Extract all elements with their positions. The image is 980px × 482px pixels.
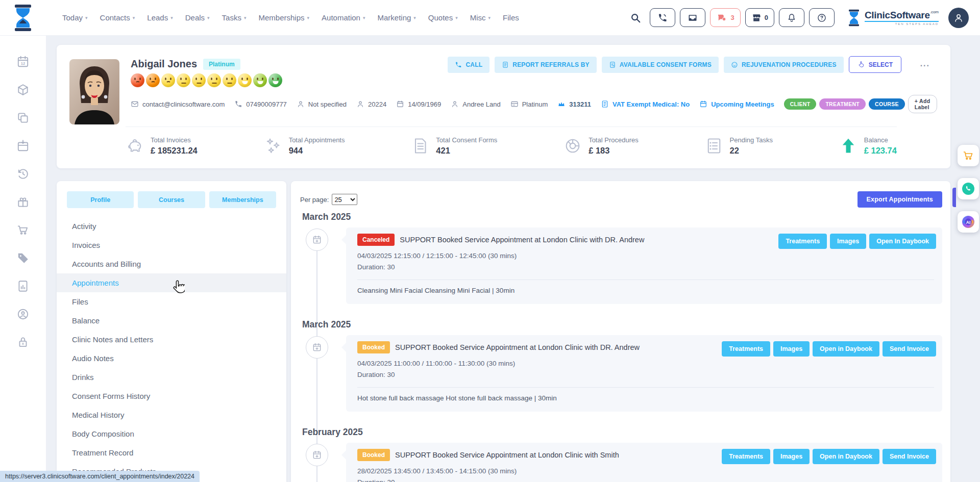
calendar-12-icon[interactable]: 12 bbox=[16, 55, 30, 68]
mood-face-1[interactable] bbox=[131, 73, 144, 87]
gift-icon[interactable] bbox=[16, 195, 30, 209]
sidebar-item-appointments[interactable]: Appointments bbox=[57, 273, 286, 292]
open-in-daybook-button[interactable]: Open in Daybook bbox=[813, 449, 879, 464]
label-pill-client[interactable]: CLIENT bbox=[784, 98, 817, 110]
images-button[interactable]: Images bbox=[773, 341, 810, 357]
sidebar-item-invoices[interactable]: Invoices bbox=[57, 236, 286, 255]
app-logo[interactable] bbox=[0, 5, 46, 31]
copy-icon[interactable] bbox=[16, 111, 30, 124]
available-consent-forms-button[interactable]: AVAILABLE CONSENT FORMS bbox=[602, 57, 719, 73]
mood-face-7[interactable] bbox=[223, 73, 236, 87]
nav-item-memberships[interactable]: Memberships▾ bbox=[258, 13, 309, 22]
images-button[interactable]: Images bbox=[830, 234, 866, 249]
client-field-not-specified: Not specified bbox=[297, 100, 347, 108]
nav-item-files[interactable]: Files bbox=[503, 13, 519, 22]
appointment-duration: Duration: 30 bbox=[357, 262, 934, 273]
nav-item-today[interactable]: Today▾ bbox=[62, 13, 88, 22]
appointment-row: BookedSUPPORT Booked Service Appointment… bbox=[346, 335, 942, 412]
floating-ai-button[interactable]: AI bbox=[958, 211, 979, 233]
label-pill-treatment[interactable]: TREATMENT bbox=[819, 98, 866, 110]
floating-cart-button[interactable] bbox=[958, 145, 979, 166]
open-in-daybook-button[interactable]: Open In Daybook bbox=[869, 234, 936, 249]
mood-face-2[interactable] bbox=[146, 73, 160, 87]
open-in-daybook-button[interactable]: Open in Daybook bbox=[813, 341, 879, 357]
phone-call-button[interactable] bbox=[650, 8, 675, 27]
client-field-value: contact@clinicsoftware.com bbox=[142, 100, 225, 108]
price-tag-icon[interactable] bbox=[16, 251, 30, 265]
stat-value: 22 bbox=[730, 146, 773, 156]
mood-face-10[interactable] bbox=[268, 73, 282, 87]
label-pill-course[interactable]: COURSE bbox=[869, 98, 905, 110]
tab-memberships[interactable]: Memberships bbox=[209, 191, 276, 208]
vat-exempt-medical-no-link[interactable]: VAT Exempt Medical: No bbox=[601, 100, 690, 108]
nav-item-automation[interactable]: Automation▾ bbox=[322, 13, 365, 22]
side-panel-handle[interactable] bbox=[952, 188, 956, 207]
send-invoice-button[interactable]: Send Invoice bbox=[883, 449, 936, 464]
bell-button[interactable] bbox=[779, 8, 804, 27]
tab-courses[interactable]: Courses bbox=[138, 191, 205, 208]
sidebar-item-accounts-and-billing[interactable]: Accounts and Billing bbox=[57, 255, 286, 273]
satisfaction-scale bbox=[131, 73, 282, 87]
images-button[interactable]: Images bbox=[773, 449, 810, 464]
client-photo[interactable] bbox=[69, 59, 119, 124]
nav-item-quotes[interactable]: Quotes▾ bbox=[428, 13, 458, 22]
floating-whatsapp-button[interactable] bbox=[958, 178, 979, 199]
mood-face-8[interactable] bbox=[238, 73, 252, 87]
main-nav: Today▾Contacts▾Leads▾Deals▾Tasks▾Members… bbox=[62, 13, 519, 22]
cart-icon[interactable] bbox=[16, 223, 30, 237]
sidebar-item-treatment-record[interactable]: Treatment Record bbox=[57, 443, 286, 462]
nav-item-marketing[interactable]: Marketing▾ bbox=[377, 13, 415, 22]
rejuvenation-procedures-button[interactable]: REJUVENATION PROCEDURES bbox=[724, 57, 844, 73]
per-page-select[interactable]: 25 bbox=[332, 194, 357, 205]
sidebar-item-audio-notes[interactable]: Audio Notes bbox=[57, 349, 286, 368]
chat-button[interactable]: 3 bbox=[710, 8, 740, 27]
brand-logo[interactable]: ClinicSoftware.com TEN STEPS AHEAD bbox=[846, 9, 939, 27]
mood-face-3[interactable] bbox=[161, 73, 175, 87]
calendar-import-icon[interactable] bbox=[16, 139, 30, 153]
nav-item-contacts[interactable]: Contacts▾ bbox=[100, 13, 135, 22]
search-icon[interactable] bbox=[630, 12, 641, 23]
store-button[interactable]: 0 bbox=[745, 8, 774, 27]
treatments-button[interactable]: Treatments bbox=[722, 341, 770, 357]
stat-text: Total Appointments944 bbox=[289, 136, 345, 156]
treatments-button[interactable]: Treatments bbox=[722, 449, 770, 464]
treatments-button[interactable]: Treatments bbox=[778, 234, 827, 249]
nav-item-misc[interactable]: Misc▾ bbox=[470, 13, 491, 22]
user-circle-icon[interactable] bbox=[16, 308, 30, 321]
client-field-value: Not specified bbox=[308, 100, 347, 108]
appointment-service: Hot stone full back massage Hot stone fu… bbox=[357, 394, 934, 404]
tab-profile[interactable]: Profile bbox=[67, 191, 134, 208]
inbox-button[interactable] bbox=[680, 8, 705, 27]
send-invoice-button[interactable]: Send Invoice bbox=[883, 341, 936, 357]
call-button[interactable]: CALL bbox=[448, 57, 489, 73]
mood-face-5[interactable] bbox=[192, 73, 206, 87]
sidebar-item-consent-forms-history[interactable]: Consent Forms History bbox=[57, 387, 286, 405]
history-icon[interactable] bbox=[16, 167, 30, 181]
stat-label: Total Invoices bbox=[151, 136, 198, 144]
mood-face-4[interactable] bbox=[177, 73, 190, 87]
upcoming-meetings-link[interactable]: Upcoming Meetings bbox=[699, 100, 774, 108]
add-label-button[interactable]: + Add Label bbox=[908, 95, 937, 113]
sidebar-item-body-composition[interactable]: Body Composition bbox=[57, 424, 286, 443]
sidebar-item-balance[interactable]: Balance bbox=[57, 311, 286, 330]
sidebar-item-medical-history[interactable]: Medical History bbox=[57, 405, 286, 424]
nav-item-leads[interactable]: Leads▾ bbox=[147, 13, 173, 22]
chart-file-icon[interactable] bbox=[16, 280, 30, 293]
nav-item-tasks[interactable]: Tasks▾ bbox=[222, 13, 247, 22]
export-appointments-button[interactable]: Export Appointments bbox=[857, 191, 942, 208]
clinic-software-app: Today▾Contacts▾Leads▾Deals▾Tasks▾Members… bbox=[0, 0, 980, 482]
mood-face-9[interactable] bbox=[253, 73, 267, 87]
more-actions-button[interactable]: ... bbox=[920, 59, 930, 68]
sidebar-item-clinic-notes-and-letters[interactable]: Clinic Notes and Letters bbox=[57, 330, 286, 349]
nav-item-deals[interactable]: Deals▾ bbox=[185, 13, 210, 22]
report-referrals-by-button[interactable]: REPORT REFERRALS BY bbox=[495, 57, 596, 73]
sidebar-item-activity[interactable]: Activity bbox=[57, 217, 286, 236]
select-button[interactable]: SELECT bbox=[849, 56, 901, 73]
cube-icon[interactable] bbox=[16, 83, 30, 96]
lock-icon[interactable] bbox=[16, 336, 30, 349]
mood-face-6[interactable] bbox=[207, 73, 221, 87]
user-avatar[interactable] bbox=[948, 8, 969, 28]
sidebar-item-drinks[interactable]: Drinks bbox=[57, 368, 286, 387]
help-button[interactable] bbox=[809, 8, 835, 27]
sidebar-item-files[interactable]: Files bbox=[57, 292, 286, 311]
